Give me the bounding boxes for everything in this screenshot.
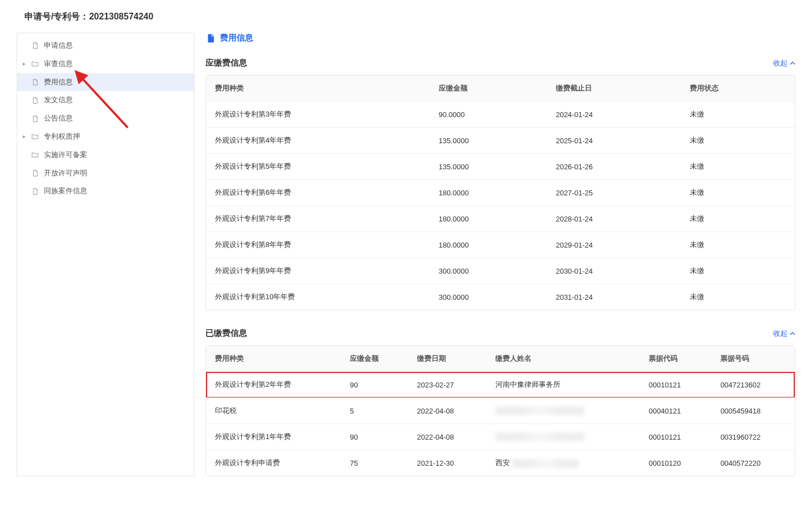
table-cell: 未缴 [681,232,795,258]
collapse-toggle[interactable]: 收起 [773,58,795,68]
sidebar-item-1[interactable]: ▸审查信息 [17,55,194,73]
table-row: 外观设计专利第6年年费180.00002027-01-25未缴 [206,180,795,206]
sidebar-item-label: 审查信息 [44,58,73,70]
table-cell: 180.0000 [430,206,547,232]
table-cell: 00010120 [640,450,711,476]
section-title-label: 费用信息 [220,33,253,43]
sidebar-item-label: 开放许可声明 [44,168,87,179]
sidebar-item-7[interactable]: 开放许可声明 [17,164,194,183]
table-header: 费用状态 [681,75,795,102]
section-title: 费用信息 [205,33,795,43]
table-cell: 外观设计专利第6年年费 [206,180,430,206]
sidebar-item-label: 申请信息 [44,40,73,52]
sidebar-item-3[interactable]: 发文信息 [17,91,194,109]
table-header: 缴费人姓名 [487,346,640,372]
sidebar-item-6[interactable]: 实施许可备案 [17,146,194,164]
sidebar-item-label: 实施许可备案 [44,149,87,161]
table-cell: 外观设计专利第10年年费 [206,284,430,310]
table-cell: 未缴 [681,102,795,128]
paid-fees-panel: 已缴费信息 收起 费用种类应缴金额缴费日期缴费人姓名票据代码票据号码 外观设计专… [205,328,795,476]
sidebar-item-8[interactable]: 同族案件信息 [17,182,194,200]
table-cell: 2028-01-24 [547,206,681,232]
folder-icon [31,59,39,68]
table-cell: 300.0000 [430,258,547,284]
table-cell: 90.0000 [430,102,547,128]
table-cell: 75 [341,450,408,476]
table-cell: 2029-01-24 [547,232,681,258]
table-cell: 00040121 [640,398,711,424]
table-row: 外观设计专利申请费752021-12-30西安 0001012000405722… [206,450,795,476]
table-cell: 外观设计专利第2年年费 [206,372,341,398]
sidebar-item-2[interactable]: 费用信息 [17,73,194,92]
table-cell: 135.0000 [430,154,547,180]
folder-icon [31,150,39,159]
chevron-up-icon [790,331,795,336]
table-cell: 300.0000 [430,284,547,310]
table-cell: 未缴 [681,206,795,232]
collapse-toggle[interactable]: 收起 [773,329,795,339]
table-row: 外观设计专利第8年年费180.00002029-01-24未缴 [206,232,795,258]
collapse-label: 收起 [773,58,788,68]
table-row: 印花税52022-04-08000401210005459418 [206,398,795,424]
table-header: 费用种类 [206,75,430,102]
table-cell: 135.0000 [430,128,547,154]
table-header: 应缴金额 [430,75,547,102]
file-icon [31,41,39,50]
file-icon [31,187,39,196]
table-cell: 2025-01-24 [547,128,681,154]
table-cell: 90 [341,372,408,398]
table-cell [487,424,640,450]
table-cell: 西安 [487,450,640,476]
table-header: 缴费截止日 [547,75,681,102]
file-icon [31,96,39,105]
table-cell: 未缴 [681,154,795,180]
table-cell: 5 [341,398,408,424]
table-cell: 00010121 [640,424,711,450]
table-cell: 90 [341,424,408,450]
patent-number: 2021308574240 [89,12,153,21]
sidebar: 申请信息▸审查信息费用信息发文信息公告信息▸专利权质押实施许可备案开放许可声明同… [17,33,194,476]
table-cell: 180.0000 [430,180,547,206]
redacted-text [495,432,584,441]
sidebar-item-0[interactable]: 申请信息 [17,37,194,55]
sidebar-item-label: 发文信息 [44,94,73,106]
file-icon [31,78,39,87]
document-icon [205,33,215,43]
collapse-label: 收起 [773,329,788,339]
table-cell: 0005459418 [711,398,795,424]
page-title: 申请号/专利号：2021308574240 [17,11,795,23]
sidebar-item-4[interactable]: 公告信息 [17,109,194,128]
table-cell: 0031960722 [711,424,795,450]
file-icon [31,169,39,178]
chevron-right-icon: ▸ [23,132,28,141]
table-row: 外观设计专利第9年年费300.00002030-01-24未缴 [206,258,795,284]
table-cell: 外观设计专利第9年年费 [206,258,430,284]
table-cell: 2027-01-25 [547,180,681,206]
table-cell: 2022-04-08 [408,398,487,424]
folder-icon [31,132,39,141]
table-cell: 未缴 [681,258,795,284]
table-cell: 外观设计专利申请费 [206,450,341,476]
table-cell: 2030-01-24 [547,258,681,284]
table-cell: 00010121 [640,372,711,398]
table-row: 外观设计专利第5年年费135.00002026-01-26未缴 [206,154,795,180]
paid-fees-table: 费用种类应缴金额缴费日期缴费人姓名票据代码票据号码 外观设计专利第2年年费902… [205,345,795,476]
table-cell: 外观设计专利第7年年费 [206,206,430,232]
table-row: 外观设计专利第2年年费902023-02-27河南中豫律师事务所00010121… [206,372,795,398]
sidebar-item-5[interactable]: ▸专利权质押 [17,128,194,146]
table-cell: 0047213602 [711,372,795,398]
table-cell: 未缴 [681,128,795,154]
table-row: 外观设计专利第10年年费300.00002031-01-24未缴 [206,284,795,310]
table-row: 外观设计专利第1年年费902022-04-0800010121003196072… [206,424,795,450]
table-cell: 印花税 [206,398,341,424]
paid-fees-title: 已缴费信息 [205,328,247,339]
table-cell: 2023-02-27 [408,372,487,398]
table-cell: 外观设计专利第4年年费 [206,128,430,154]
table-cell [487,398,640,424]
sidebar-item-label: 费用信息 [44,77,73,88]
table-cell: 2021-12-30 [408,450,487,476]
table-row: 外观设计专利第7年年费180.00002028-01-24未缴 [206,206,795,232]
table-cell: 2026-01-26 [547,154,681,180]
table-cell: 未缴 [681,180,795,206]
table-row: 外观设计专利第4年年费135.00002025-01-24未缴 [206,128,795,154]
